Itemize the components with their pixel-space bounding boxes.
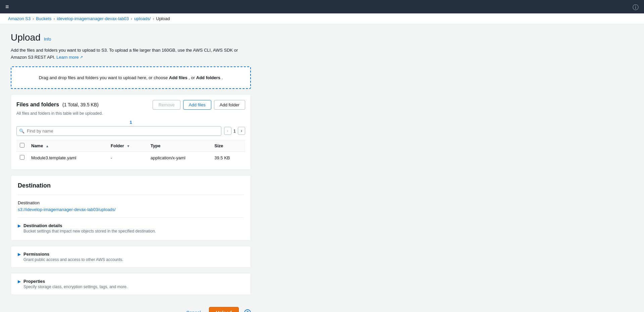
breadcrumb: Amazon S3 › Buckets › idevelop-imagemana… [0,13,644,24]
permissions-toggle[interactable]: ▶ Permissions Grant public access and ac… [18,252,244,262]
permissions-desc: Grant public access and access to other … [23,257,123,262]
main-content: Upload Info Add the files and folders yo… [0,24,262,312]
footer-actions: Cancel Upload 2 [11,300,251,312]
destination-value[interactable]: s3://idevelop-imagemanager-devax-lab03/u… [18,207,116,212]
row-checkbox-cell [16,151,28,164]
upload-button[interactable]: Upload [209,307,239,312]
destination-details-label: Destination details [23,223,156,228]
destination-title: Destination [18,182,244,189]
drop-zone[interactable]: Drag and drop files and folders you want… [11,66,251,89]
col-name-sort-icon[interactable]: ▲ [46,144,49,148]
files-action-buttons: Remove Add files Add folder [153,100,245,110]
page-description: Add the files and folders you want to up… [11,47,251,61]
files-badge-count: 1 [16,120,245,125]
row-checkbox[interactable] [20,155,24,160]
add-files-button[interactable]: Add files [183,100,211,110]
page-number: 1 [233,128,236,134]
col-folder-label: Folder [111,143,124,148]
col-header-size: Size [211,140,245,151]
learn-more-link[interactable]: Learn more ↗ [56,54,83,61]
destination-section: Destination Destination s3://idevelop-im… [11,175,251,241]
breadcrumb-sep-4: › [153,16,154,21]
drop-zone-end: . [222,75,223,80]
table-row: Module3.template.yaml - application/x-ya… [16,151,245,164]
table-header-row: Name ▲ Folder ▼ Type Size [16,140,245,151]
row-type-cell: application/x-yaml [147,151,211,164]
add-files-text: Add files [169,75,187,80]
files-count: (1 Total, 39.5 KB) [62,102,99,107]
destination-details-desc: Bucket settings that impact new objects … [23,229,156,233]
info-icon-corner[interactable]: ⓘ [633,3,639,11]
col-name-label: Name [31,143,43,148]
properties-section: ▶ Properties Specify storage class, encr… [11,273,251,295]
permissions-section: ▶ Permissions Grant public access and ac… [11,246,251,268]
permissions-label: Permissions [23,252,123,257]
breadcrumb-current: Upload [156,16,170,21]
top-navigation-bar: ≡ [0,0,644,13]
col-header-folder: Folder ▼ [107,140,147,151]
col-folder-sort-icon[interactable]: ▼ [126,144,130,148]
col-size-label: Size [214,143,223,148]
breadcrumb-buckets[interactable]: Buckets [36,16,51,21]
properties-desc: Specify storage class, encryption settin… [23,284,127,289]
permissions-content: Permissions Grant public access and acce… [23,252,123,262]
row-name-cell: Module3.template.yaml [28,151,107,164]
files-and-folders-section: Files and folders (1 Total, 39.5 KB) Rem… [11,94,251,170]
search-row: 🔍 ‹ 1 › [16,126,245,136]
search-icon: 🔍 [19,128,24,134]
col-header-name: Name ▲ [28,140,107,151]
files-subtitle: All files and folders in this table will… [16,111,245,116]
breadcrumb-sep-3: › [131,16,132,21]
cancel-button[interactable]: Cancel [182,308,205,312]
col-header-checkbox [16,140,28,151]
remove-button[interactable]: Remove [153,100,180,110]
page-header: Upload Info [11,32,251,43]
files-header: Files and folders (1 Total, 39.5 KB) Rem… [16,100,245,110]
properties-content: Properties Specify storage class, encryp… [23,279,127,289]
destination-details-toggle[interactable]: ▶ Destination details Bucket settings th… [18,223,244,233]
select-all-checkbox[interactable] [20,143,24,148]
permissions-expand-icon: ▶ [18,252,21,257]
add-folder-button[interactable]: Add folder [214,100,245,110]
destination-details-content: Destination details Bucket settings that… [23,223,156,233]
files-table: Name ▲ Folder ▼ Type Size [16,140,245,164]
col-header-type: Type [147,140,211,151]
prev-page-button[interactable]: ‹ [224,127,231,135]
expand-right-icon: ▶ [18,223,21,228]
files-title-group: Files and folders (1 Total, 39.5 KB) [16,102,99,108]
properties-expand-icon: ▶ [18,279,21,284]
row-folder-cell: - [107,151,147,164]
row-size-cell: 39.5 KB [211,151,245,164]
next-page-button[interactable]: › [238,127,245,135]
files-title: Files and folders [16,102,59,107]
page-title: Upload [11,32,41,43]
breadcrumb-uploads-folder[interactable]: uploads/ [134,16,151,21]
col-type-label: Type [151,143,160,148]
drop-zone-sep: , or [189,75,196,80]
add-folders-text: Add folders [196,75,220,80]
breadcrumb-sep-1: › [33,16,34,21]
search-input[interactable] [16,126,221,136]
properties-label: Properties [23,279,127,284]
breadcrumb-sep-2: › [53,16,55,21]
search-input-wrap: 🔍 [16,126,221,136]
drop-zone-text: Drag and drop files and folders you want… [39,75,169,80]
destination-separator [18,195,244,195]
pagination: ‹ 1 › [224,127,245,135]
hamburger-menu-icon[interactable]: ≡ [5,3,9,10]
info-link[interactable]: Info [44,37,51,42]
destination-details-separator [18,217,244,218]
destination-label: Destination [18,200,244,205]
breadcrumb-bucket-name[interactable]: idevelop-imagemanager-devax-lab03 [57,16,129,21]
external-link-icon: ↗ [80,54,83,60]
callout-badge-2: 2 [244,309,251,312]
breadcrumb-amazon-s3[interactable]: Amazon S3 [8,16,31,21]
properties-toggle[interactable]: ▶ Properties Specify storage class, encr… [18,279,244,289]
